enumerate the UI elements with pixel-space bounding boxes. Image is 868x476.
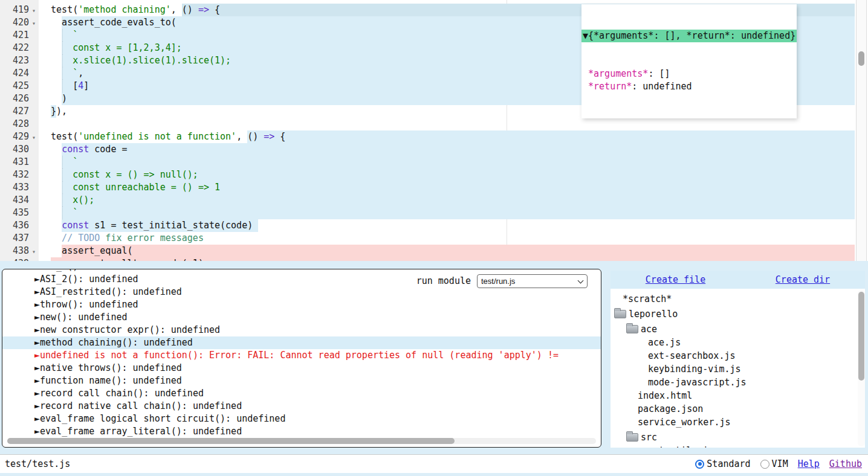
file-tree-scrollbar[interactable] [858,290,865,446]
tree-file-row[interactable]: *scratch* [611,292,865,306]
test-result-row-failed[interactable]: ►undefined is not a function(): Error: F… [2,349,601,362]
code-line[interactable]: ` [40,207,855,219]
gutter-line-number[interactable]: 437 [0,232,39,245]
code-line[interactable]: const x = () => null(); [40,169,855,181]
test-result-row[interactable]: ►throw(): undefined [2,298,601,311]
gutter-line-number[interactable]: 430 [0,143,39,156]
results-scrollbar-thumb[interactable] [7,438,455,444]
gutter-line-number[interactable]: 425 [0,80,39,92]
run-module-select[interactable]: test/run.js [477,274,588,288]
file-tree-scrollbar-thumb[interactable] [858,292,864,381]
current-file-path: test/test.js [5,458,70,469]
code-line[interactable]: // TODO fix error messages [40,232,855,245]
tree-item-label: ace.js [648,336,681,349]
editor-scrollbar-thumb[interactable] [858,51,864,66]
vim-radio-label: VIM [772,458,788,469]
gutter-line-number[interactable]: 432 [0,169,39,181]
test-result-row[interactable]: ►new constructor expr(): undefined [2,324,601,336]
editor-scrollbar[interactable] [856,0,867,261]
code-token-number: 4 [78,80,83,91]
code-line-text: assert_calltree_node(s1) [40,257,855,261]
code-token-plain: s1 = test_initial_state(code) [89,220,253,231]
gutter-line-number[interactable]: 427 [0,105,39,118]
test-result-row[interactable]: ►eval_frame logical short circuit(): und… [2,413,601,425]
create-dir-button[interactable]: Create dir [776,274,830,285]
gutter-line-number[interactable]: 424 [0,67,39,80]
code-line[interactable]: const unreachable = () => 1 [40,181,855,194]
tree-folder-row[interactable]: leporello [611,307,865,321]
value-inspector-tooltip[interactable]: ▼{*arguments*: [], *return*: undefined} … [581,4,797,118]
gutter-line-number[interactable]: 422 [0,42,39,54]
tree-file-row[interactable]: ext-searchbox.js [611,349,865,362]
tree-folder-row[interactable]: src [611,431,865,444]
test-result-row[interactable]: ►record native call chain(): undefined [2,400,601,413]
code-line[interactable]: const s1 = test_initial_state(code) [40,219,855,232]
code-token-string: x(); [40,195,94,205]
tree-item-label: leporello [629,307,678,321]
tree-file-row[interactable]: package.json [611,402,865,416]
code-line-text [40,118,855,130]
test-result-row[interactable]: ►method chaining(): undefined [2,336,601,349]
vim-radio[interactable] [760,460,769,469]
code-line[interactable]: assert_equal( [40,245,855,257]
test-result-row[interactable]: ►ASI_1(): undefined [2,269,601,273]
tree-file-row[interactable]: ast_utils.js [611,444,865,448]
code-line[interactable]: x(); [40,194,855,207]
fold-toggle-icon[interactable]: ▾ [30,17,37,30]
tree-file-row[interactable]: keybinding-vim.js [611,362,865,376]
tree-file-row[interactable]: ace.js [611,336,865,349]
create-file-button[interactable]: Create file [646,274,705,285]
gutter-line-number[interactable]: 420▾ [0,16,39,29]
tree-folder-row[interactable]: ace [611,323,865,336]
code-token-plain: { [209,4,220,15]
code-line[interactable] [40,118,855,130]
github-link[interactable]: Github [829,458,862,469]
code-token-string: const unreachable = () => 1 [40,182,220,193]
fold-toggle-icon[interactable]: ▾ [30,4,37,17]
keybinding-standard-option[interactable]: Standard [695,458,750,469]
gutter-line-number[interactable]: 423 [0,54,39,67]
tooltip-key: *return* [583,81,632,92]
test-result-row[interactable]: ►function name(): undefined [2,375,601,387]
tooltip-entry[interactable]: *return*: undefined [581,80,797,93]
gutter-line-number[interactable]: 431 [0,156,39,169]
tooltip-entry[interactable]: *arguments*: [] [581,68,797,80]
results-horizontal-scrollbar[interactable] [7,438,596,444]
code-line[interactable]: const code = [40,143,855,156]
test-result-row[interactable]: ►record call chain(): undefined [2,387,601,400]
gutter-line-number[interactable]: 439 [0,257,39,261]
gutter-line-number[interactable]: 436 [0,219,39,232]
test-result-row[interactable]: ►new(): undefined [2,311,601,324]
gutter-line-number[interactable]: 435 [0,207,39,219]
gutter-line-number[interactable]: 438▾ [0,245,39,257]
tree-file-row[interactable]: index.html [611,389,865,402]
fold-toggle-icon[interactable]: ▾ [30,131,37,144]
code-token-plain: { [274,131,285,142]
code-token-keyword: const [62,220,89,231]
gutter-line-number[interactable]: 426 [0,92,39,105]
gutter-line-number[interactable]: 433 [0,181,39,194]
test-result-row[interactable]: ►native throws(): undefined [2,362,601,375]
code-line[interactable]: test('undefined is not a function', () =… [40,130,855,143]
tooltip-value: : undefined [632,81,691,92]
gutter-line-number[interactable]: 419▾ [0,4,39,16]
code-token-plain: test( [40,131,78,142]
code-token-keyword: const [62,144,89,155]
gutter-line-number[interactable]: 434 [0,194,39,207]
code-line[interactable]: ` [40,156,855,169]
code-line[interactable]: assert_calltree_node(s1) [40,257,855,261]
help-link[interactable]: Help [798,458,820,469]
tooltip-header-row[interactable]: ▼{*arguments*: [], *return*: undefined} [581,30,797,42]
gutter-line-number[interactable]: 421 [0,29,39,42]
gutter-line-number[interactable]: 429▾ [0,130,39,143]
code-editor[interactable]: test('method chaining', () => { assert_c… [0,0,868,261]
code-token-comment_todo: // TODO [40,233,100,243]
standard-radio[interactable] [695,460,704,469]
tree-file-row[interactable]: service_worker.js [611,416,865,429]
test-result-row[interactable]: ►eval_frame array_literal(): undefined [2,425,601,438]
tree-file-row[interactable]: mode-javascript.js [611,376,865,389]
fold-toggle-icon[interactable]: ▾ [30,245,37,258]
gutter-line-number[interactable]: 428 [0,118,39,130]
code-line-text: assert_equal( [40,245,855,257]
keybinding-vim-option[interactable]: VIM [760,458,788,469]
